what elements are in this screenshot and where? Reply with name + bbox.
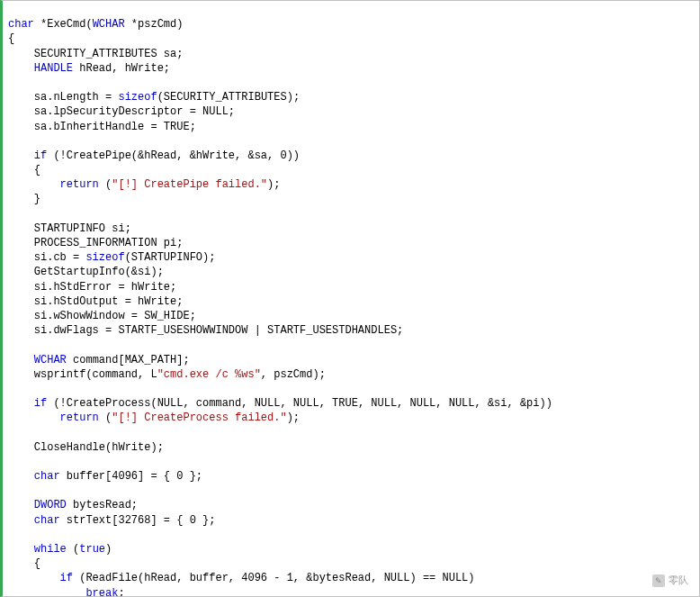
code-block: char *ExeCmd(WCHAR *pszCmd) { SECURITY_A…: [0, 0, 700, 597]
code-line: {: [8, 32, 14, 45]
code-line: CloseHandle(hWrite);: [8, 441, 164, 454]
code-line: {: [8, 557, 40, 570]
code-line: si.hStdOutput = hWrite;: [8, 295, 183, 308]
code-line: if (!CreatePipe(&hRead, &hWrite, &sa, 0)…: [8, 149, 300, 162]
code-line: sa.bInheritHandle = TRUE;: [8, 121, 196, 133]
code-line: wsprintf(command, L"cmd.exe /c %ws", psz…: [8, 368, 326, 381]
code-line: si.dwFlags = STARTF_USESHOWWINDOW | STAR…: [8, 324, 403, 337]
code-line: sa.nLength = sizeof(SECURITY_ATTRIBUTES)…: [8, 91, 300, 104]
code-line: while (true): [8, 543, 112, 556]
code-line: char buffer[4096] = { 0 };: [8, 470, 202, 483]
code-line: si.hStdError = hWrite;: [8, 281, 176, 294]
wechat-icon: ✎: [652, 574, 665, 587]
code-line: PROCESS_INFORMATION pi;: [8, 237, 183, 249]
code-line: }: [8, 193, 40, 205]
code-line: DWORD bytesRead;: [8, 499, 138, 511]
code-line: {: [8, 164, 40, 176]
code-line: HANDLE hRead, hWrite;: [8, 62, 170, 75]
watermark: ✎ 零队: [652, 574, 688, 587]
code-line: GetStartupInfo(&si);: [8, 266, 164, 278]
code-line: if (ReadFile(hRead, buffer, 4096 - 1, &b…: [8, 572, 475, 584]
code-line: if (!CreateProcess(NULL, command, NULL, …: [8, 397, 552, 410]
code-line: sa.lpSecurityDescriptor = NULL;: [8, 105, 235, 118]
code-line: char *ExeCmd(WCHAR *pszCmd): [8, 18, 183, 31]
code-line: STARTUPINFO si;: [8, 222, 131, 235]
code-line: char strText[32768] = { 0 };: [8, 514, 215, 527]
code-line: return ("[!] CreatePipe failed.");: [8, 178, 280, 191]
code-line: si.cb = sizeof(STARTUPINFO);: [8, 251, 215, 264]
code-line: return ("[!] CreateProcess failed.");: [8, 412, 300, 424]
code-line: SECURITY_ATTRIBUTES sa;: [8, 48, 183, 60]
code-line: si.wShowWindow = SW_HIDE;: [8, 310, 196, 322]
watermark-text: 零队: [669, 574, 688, 587]
code-line: WCHAR command[MAX_PATH];: [8, 354, 190, 366]
code-line: break;: [8, 587, 125, 598]
